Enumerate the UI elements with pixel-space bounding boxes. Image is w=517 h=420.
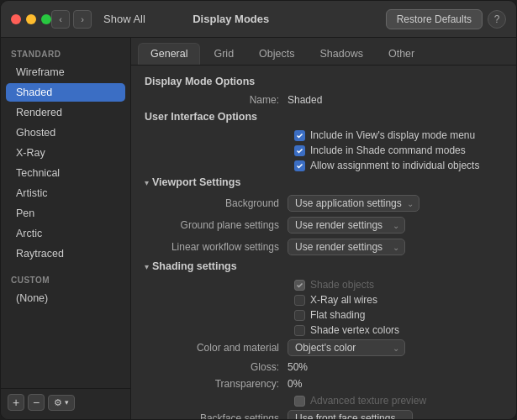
viewport-settings-title: Viewport Settings	[152, 176, 240, 188]
transparency-value: 0%	[288, 378, 302, 390]
minimize-button[interactable]	[26, 14, 36, 24]
main-window: ‹ › Show All Display Modes Restore Defau…	[0, 0, 517, 420]
traffic-lights	[11, 14, 51, 24]
checkmark-icon	[296, 162, 303, 170]
chevron-down-icon: ▾	[65, 398, 69, 407]
shading-settings-title: Shading settings	[152, 260, 237, 272]
restore-defaults-button[interactable]: Restore Defaults	[386, 9, 483, 29]
window-title: Display Modes	[83, 13, 379, 25]
checkmark-icon	[296, 147, 303, 155]
shade-command-checkbox-row: Include in Shade command modes	[294, 144, 503, 156]
user-interface-options-section: User Interface Options Include in View's…	[145, 111, 503, 171]
shade-objects-checkbox[interactable]	[294, 280, 305, 291]
tab-grid[interactable]: Grid	[202, 44, 245, 64]
display-mode-options-title: Display Mode Options	[145, 76, 503, 87]
view-menu-checkbox-row: Include in View's display mode menu	[294, 129, 503, 141]
shade-vertex-checkbox[interactable]	[294, 325, 305, 336]
transparency-row: Transparency: 0%	[145, 378, 503, 390]
sidebar-item-wireframe[interactable]: Wireframe	[6, 63, 125, 81]
linear-workflow-row: Linear workflow settings Use render sett…	[145, 239, 503, 255]
back-button[interactable]: ‹	[51, 10, 70, 29]
backface-dropdown[interactable]: Use front face settings	[288, 410, 413, 419]
gloss-row: Gloss: 50%	[145, 361, 503, 373]
right-panel: General Grid Objects Shadows Other	[131, 38, 516, 419]
custom-section-label: CUSTOM	[1, 270, 130, 288]
user-interface-options-title: User Interface Options	[145, 111, 503, 123]
view-menu-label: Include in View's display mode menu	[310, 129, 475, 141]
sidebar-item-artistic[interactable]: Artistic	[6, 184, 125, 202]
sidebar-item-none[interactable]: (None)	[6, 289, 125, 307]
linear-workflow-dropdown[interactable]: Use render settings	[288, 239, 405, 255]
background-row: Background Use application settings	[145, 195, 503, 212]
assignment-checkbox[interactable]	[294, 160, 305, 171]
remove-mode-button[interactable]: −	[28, 394, 45, 411]
mode-options-dropdown[interactable]: ⚙ ▾	[48, 395, 75, 411]
shade-objects-label: Shade objects	[310, 279, 374, 291]
panel-content: Display Mode Options Name: Shaded User I…	[131, 66, 516, 419]
display-mode-options-section: Display Mode Options Name: Shaded	[145, 76, 503, 106]
viewport-settings-header[interactable]: ▾ Viewport Settings	[145, 176, 503, 188]
collapse-arrow-icon: ▾	[145, 178, 149, 187]
color-material-label: Color and material	[145, 342, 288, 354]
shade-vertex-checkbox-row: Shade vertex colors	[294, 324, 503, 336]
flat-shading-checkbox[interactable]	[294, 310, 305, 321]
sidebar-item-ghosted[interactable]: Ghosted	[6, 123, 125, 142]
xray-wires-checkbox-row: X-Ray all wires	[294, 294, 503, 306]
sidebar-item-raytraced[interactable]: Raytraced	[6, 244, 125, 263]
shade-objects-checkbox-row: Shade objects	[294, 279, 503, 291]
shade-command-label: Include in Shade command modes	[310, 144, 466, 156]
linear-workflow-label: Linear workflow settings	[145, 241, 288, 253]
shading-collapse-arrow-icon: ▾	[145, 262, 149, 271]
assignment-checkbox-row: Allow assignment to individual objects	[294, 160, 503, 171]
tab-other[interactable]: Other	[377, 44, 426, 64]
xray-wires-label: X-Ray all wires	[310, 294, 377, 306]
name-label: Name:	[145, 94, 288, 106]
advanced-texture-row: Advanced texture preview	[294, 395, 503, 407]
titlebar: ‹ › Show All Display Modes Restore Defau…	[1, 1, 516, 38]
xray-wires-checkbox[interactable]	[294, 295, 305, 306]
name-value: Shaded	[288, 94, 322, 106]
tab-general[interactable]: General	[138, 43, 200, 65]
sidebar-item-rendered[interactable]: Rendered	[6, 103, 125, 122]
viewport-settings-section: ▾ Viewport Settings Background Use appli…	[145, 176, 503, 255]
gloss-label: Gloss:	[145, 361, 288, 373]
name-row: Name: Shaded	[145, 94, 503, 106]
help-button[interactable]: ?	[488, 10, 506, 29]
advanced-texture-checkbox[interactable]	[294, 396, 305, 407]
color-material-row: Color and material Object's color	[145, 339, 503, 356]
flat-shading-checkbox-row: Flat shading	[294, 309, 503, 321]
maximize-button[interactable]	[41, 14, 51, 24]
transparency-label: Transparency:	[145, 378, 288, 390]
background-dropdown[interactable]: Use application settings	[288, 195, 419, 212]
gloss-value: 50%	[288, 361, 308, 373]
ground-plane-row: Ground plane settings Use render setting…	[145, 217, 503, 234]
tab-shadows[interactable]: Shadows	[309, 44, 375, 64]
ground-plane-dropdown[interactable]: Use render settings	[288, 217, 405, 234]
assignment-label: Allow assignment to individual objects	[310, 160, 479, 171]
ground-plane-label: Ground plane settings	[145, 219, 288, 231]
tabs-bar: General Grid Objects Shadows Other	[131, 38, 516, 66]
color-material-dropdown[interactable]: Object's color	[288, 339, 405, 356]
close-button[interactable]	[11, 14, 21, 24]
tab-objects[interactable]: Objects	[247, 44, 306, 64]
sidebar-item-pen[interactable]: Pen	[6, 204, 125, 223]
sidebar-item-arctic[interactable]: Arctic	[6, 224, 125, 243]
shade-vertex-label: Shade vertex colors	[310, 324, 399, 336]
advanced-texture-label: Advanced texture preview	[310, 395, 426, 407]
sidebar-item-shaded[interactable]: Shaded	[6, 83, 125, 102]
sidebar-item-technical[interactable]: Technical	[6, 164, 125, 182]
standard-section-label: STANDARD	[1, 45, 130, 62]
sidebar-item-xray[interactable]: X-Ray	[6, 144, 125, 162]
backface-label: Backface settings	[145, 412, 288, 419]
shading-settings-header[interactable]: ▾ Shading settings	[145, 260, 503, 272]
shading-settings-section: ▾ Shading settings Shade objects X-Ray a…	[145, 260, 503, 419]
flat-shading-label: Flat shading	[310, 309, 365, 321]
view-menu-checkbox[interactable]	[294, 130, 305, 141]
checkmark-icon	[296, 281, 303, 289]
sidebar-footer: + − ⚙ ▾	[1, 388, 130, 416]
main-content: STANDARD Wireframe Shaded Rendered Ghost…	[1, 38, 516, 419]
add-mode-button[interactable]: +	[8, 394, 24, 411]
shade-command-checkbox[interactable]	[294, 145, 305, 156]
background-label: Background	[145, 197, 288, 209]
checkmark-icon	[296, 132, 303, 139]
